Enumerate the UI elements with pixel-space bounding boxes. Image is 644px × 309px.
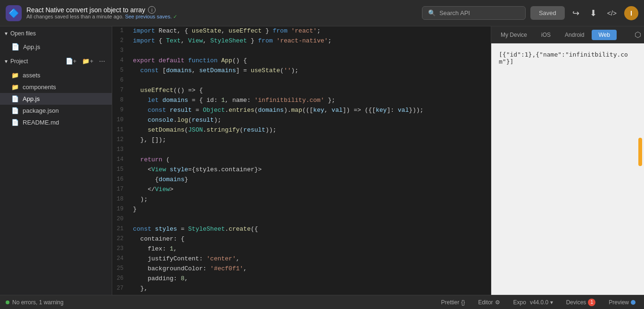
sidebar-item-appjs[interactable]: 📄 App.js <box>0 93 112 105</box>
tab-ios[interactable]: iOS <box>535 30 557 40</box>
gear-icon: ⚙ <box>495 299 500 306</box>
sidebar-item-packagejson[interactable]: 📄 package.json <box>0 105 112 117</box>
sidebar-item-readme[interactable]: 📄 README.md <box>0 117 112 128</box>
table-row: 23 flex: 1, <box>112 244 491 254</box>
download-button[interactable]: ⬇ <box>587 5 600 21</box>
status-bar: No errors, 1 warning <box>6 299 64 306</box>
status-dot <box>6 301 9 304</box>
table-row: 2 import { Text, View, StyleSheet } from… <box>112 36 491 46</box>
preview-label: Preview <box>609 299 629 306</box>
app-logo: 🔷 <box>6 5 22 21</box>
preview-status-dot <box>631 300 636 305</box>
devices-button[interactable]: Devices 1 <box>563 298 599 307</box>
sidebar-item-components[interactable]: 📁 components <box>0 81 112 93</box>
search-placeholder: Search API <box>439 9 470 17</box>
tab-my-device[interactable]: My Device <box>494 30 534 40</box>
folder-icon: 📁 <box>11 72 19 79</box>
topbar: 🔷 React Native convert json object to ar… <box>0 0 644 26</box>
table-row: 1 import React, { useState, useEffect } … <box>112 26 491 36</box>
chevron-down-icon: ▾ <box>5 30 8 37</box>
table-row: 21 const styles = StyleSheet.create({ <box>112 225 491 234</box>
table-row: 25 backgroundColor: '#ecf0f1', <box>112 264 491 274</box>
prettier-icon: {} <box>461 299 465 306</box>
open-external-button[interactable]: ⬡ <box>635 30 641 39</box>
expo-button[interactable]: Expo v44.0.0 ▾ <box>511 298 556 307</box>
see-previous-saves-link[interactable]: See previous saves. <box>125 14 172 19</box>
project-actions: 📄+ 📁+ ⋯ <box>64 57 107 66</box>
sidebar-item-label: README.md <box>23 119 59 126</box>
search-icon: 🔍 <box>428 9 436 17</box>
table-row: 16 {domains} <box>112 175 491 185</box>
expo-label: Expo <box>513 299 526 306</box>
status-text: No errors, 1 warning <box>12 299 64 306</box>
scrollbar-thumb[interactable] <box>638 138 642 166</box>
preview-content: [{"id":1},{"name":"infinitbility.com"}] <box>491 43 644 295</box>
search-bar[interactable]: 🔍 Search API <box>422 6 526 20</box>
new-file-button[interactable]: 📄+ <box>64 57 79 66</box>
table-row: 5 const [domains, setDomains] = useState… <box>112 66 491 76</box>
preview-tabs: My Device iOS Android Web ⬡ <box>491 26 644 43</box>
open-files-section[interactable]: ▾ Open files <box>0 26 112 41</box>
folder-icon2: 📁 <box>11 84 19 91</box>
table-row: 15 <View style={styles.container}> <box>112 165 491 175</box>
sidebar-item-open-appjs[interactable]: 📄 App.js <box>0 41 112 53</box>
main-layout: ▾ Open files 📄 App.js ▾ Project 📄+ 📁+ ⋯ … <box>0 26 644 295</box>
code-view-button[interactable]: </> <box>604 5 619 21</box>
prettier-button[interactable]: Prettier {} <box>438 298 468 307</box>
preview-output: [{"id":1},{"name":"infinitbility.com"}] <box>499 51 636 65</box>
sidebar-item-assets[interactable]: 📁 assets <box>0 69 112 81</box>
table-row: 24 justifyContent: 'center', <box>112 254 491 264</box>
devices-count-badge: 1 <box>588 299 595 306</box>
new-folder-button[interactable]: 📁+ <box>80 57 95 66</box>
sidebar-item-label: assets <box>23 72 41 79</box>
table-row: 9 const result = Object.entries(domains)… <box>112 106 491 116</box>
sidebar-item-label: App.js <box>23 95 40 102</box>
editor-label: Editor <box>478 299 493 306</box>
more-options-button[interactable]: ⋯ <box>97 57 107 66</box>
project-label: Project <box>10 58 28 65</box>
bottombar: No errors, 1 warning Prettier {} Editor … <box>0 295 644 309</box>
expo-version-text: v44.0.0 ▾ <box>530 299 553 306</box>
project-section[interactable]: ▾ Project 📄+ 📁+ ⋯ <box>0 53 112 69</box>
table-row: 7 useEffect(() => { <box>112 86 491 96</box>
title-area: React Native convert json object to arra… <box>26 6 177 20</box>
devices-label: Devices <box>566 299 586 306</box>
signin-icon: ↪ <box>572 8 579 18</box>
sidebar: ▾ Open files 📄 App.js ▾ Project 📄+ 📁+ ⋯ … <box>0 26 112 295</box>
sidebar-item-label: App.js <box>23 43 40 50</box>
table-row: 6 <box>112 76 491 86</box>
prettier-label: Prettier <box>441 299 460 306</box>
info-icon[interactable]: i <box>148 6 156 14</box>
file-icon4: 📄 <box>11 119 19 126</box>
avatar[interactable]: I <box>624 6 638 20</box>
table-row: 19 } <box>112 205 491 215</box>
preview-panel: My Device iOS Android Web ⬡ [{"id":1},{"… <box>491 26 644 295</box>
signin-icon-button[interactable]: ↪ <box>570 5 582 21</box>
open-files-label: Open files <box>10 30 36 37</box>
code-editor[interactable]: 1 import React, { useState, useEffect } … <box>112 26 491 295</box>
file-icon2: 📄 <box>11 95 19 102</box>
sidebar-item-label: package.json <box>23 107 59 114</box>
tab-web[interactable]: Web <box>592 30 616 40</box>
table-row: 11 setDomains(JSON.stringify(result)); <box>112 125 491 135</box>
table-row: 20 <box>112 215 491 225</box>
table-row: 26 padding: 8, <box>112 274 491 284</box>
table-row: 17 </View> <box>112 185 491 195</box>
file-icon: 📄 <box>11 43 19 50</box>
chevron-down-icon2: ▾ <box>5 58 8 65</box>
editor-area: 1 import React, { useState, useEffect } … <box>112 26 491 295</box>
table-row: 22 container: { <box>112 234 491 244</box>
code-icon: </> <box>607 9 617 17</box>
sidebar-item-label: components <box>23 84 56 91</box>
preview-button[interactable]: Preview <box>606 298 638 307</box>
editor-button[interactable]: Editor ⚙ <box>475 298 503 307</box>
project-title: React Native convert json object to arra… <box>26 6 177 14</box>
table-row: 14 return ( <box>112 155 491 165</box>
saved-button[interactable]: Saved <box>530 6 565 20</box>
table-row: 27 }, <box>112 284 491 294</box>
save-status: All changes saved less than a minute ago… <box>26 14 177 20</box>
tab-android[interactable]: Android <box>558 30 591 40</box>
table-row: 13 <box>112 145 491 155</box>
file-icon3: 📄 <box>11 107 19 114</box>
project-title-text: React Native convert json object to arra… <box>26 6 145 14</box>
